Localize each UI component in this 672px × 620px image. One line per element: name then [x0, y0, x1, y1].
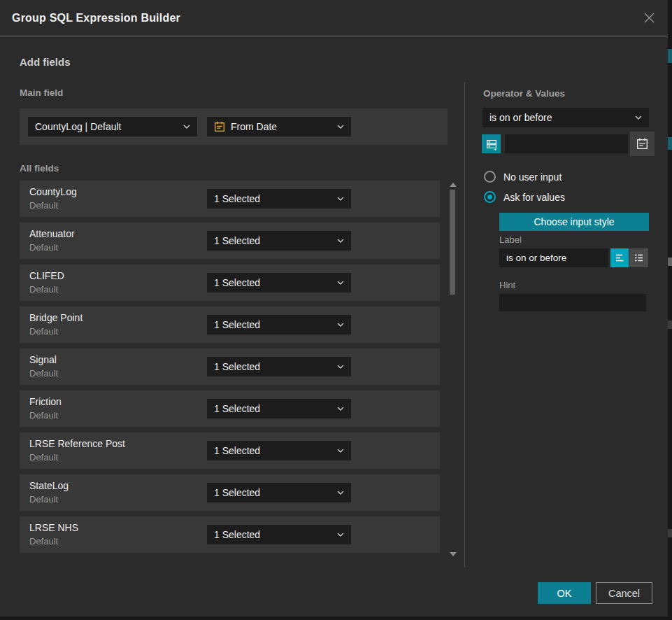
- row-selected-label: 1 Selected: [214, 319, 331, 330]
- row-selected-label: 1 Selected: [214, 361, 331, 372]
- chevron-down-icon: [337, 281, 344, 285]
- main-field-panel: CountyLog | Default From Date: [20, 108, 448, 145]
- row-selected-dropdown[interactable]: 1 Selected: [207, 483, 351, 502]
- row-selected-dropdown[interactable]: 1 Selected: [207, 273, 351, 293]
- field-row: Signal Default 1 Selected: [20, 348, 440, 385]
- operator-dropdown[interactable]: is on or before: [482, 108, 649, 127]
- radio-ask-for-values-label: Ask for values: [503, 192, 565, 203]
- scrollbar-down-arrow-icon[interactable]: [450, 552, 457, 556]
- row-selected-dropdown[interactable]: 1 Selected: [207, 315, 351, 334]
- group-sql-expression-builder-dialog: Group SQL Expression Builder Add fields …: [0, 0, 672, 620]
- field-sub: Default: [29, 326, 58, 337]
- field-sub: Default: [29, 452, 58, 463]
- ok-button[interactable]: OK: [538, 582, 591, 604]
- main-field-label: Main field: [20, 87, 63, 98]
- label-caption: Label: [499, 234, 522, 245]
- main-field-dropdown[interactable]: From Date: [207, 117, 351, 136]
- chevron-down-icon: [337, 449, 344, 453]
- row-selected-dropdown[interactable]: 1 Selected: [207, 231, 351, 251]
- row-selected-dropdown[interactable]: 1 Selected: [207, 525, 351, 544]
- calendar-icon: [636, 137, 649, 150]
- radio-circle-checked-icon[interactable]: [484, 191, 496, 203]
- calendar-icon: [214, 121, 225, 132]
- single-line-input-toggle[interactable]: [610, 248, 629, 267]
- field-name: CountyLog: [29, 186, 77, 197]
- chevron-down-icon: [337, 239, 344, 243]
- field-name: Attenuator: [29, 228, 75, 239]
- layer-dropdown[interactable]: CountyLog | Default: [28, 117, 197, 136]
- date-picker-button[interactable]: [630, 132, 655, 156]
- field-name: StateLog: [29, 480, 69, 491]
- close-icon: [643, 12, 655, 24]
- hint-caption: Hint: [499, 280, 515, 290]
- row-selected-dropdown[interactable]: 1 Selected: [207, 189, 351, 209]
- field-name: CLIFED: [29, 270, 64, 281]
- chevron-down-icon: [183, 125, 190, 129]
- main-field-dropdown-value: From Date: [231, 121, 326, 132]
- field-row: Bridge Point Default 1 Selected: [20, 307, 440, 343]
- cancel-button[interactable]: Cancel: [596, 582, 652, 604]
- all-fields-list: CountyLog Default 1 Selected Attenuator …: [20, 181, 440, 558]
- field-name: Friction: [29, 396, 62, 407]
- radio-circle-icon[interactable]: [484, 171, 496, 183]
- dialog-title: Group SQL Expression Builder: [12, 12, 180, 24]
- row-selected-label: 1 Selected: [214, 235, 331, 246]
- row-selected-label: 1 Selected: [214, 487, 331, 498]
- list-input-toggle[interactable]: [629, 248, 648, 267]
- background-sliver: [668, 320, 672, 329]
- field-sub: Default: [29, 368, 58, 379]
- row-selected-label: 1 Selected: [214, 193, 331, 204]
- row-selected-dropdown[interactable]: 1 Selected: [207, 399, 351, 418]
- label-input[interactable]: [499, 248, 608, 267]
- field-sub: Default: [29, 494, 58, 505]
- close-button[interactable]: [642, 11, 656, 25]
- field-name: LRSE NHS: [29, 522, 78, 533]
- operator-dropdown-value: is on or before: [489, 112, 629, 123]
- row-selected-label: 1 Selected: [214, 403, 331, 414]
- scrollbar-up-arrow-icon[interactable]: [450, 183, 457, 187]
- list-scrollbar[interactable]: [449, 181, 456, 558]
- chevron-down-icon: [635, 115, 642, 120]
- background-sliver: [668, 529, 672, 537]
- unique-values-button[interactable]: [482, 134, 501, 153]
- field-row: LRSE Reference Post Default 1 Selected: [20, 432, 440, 469]
- radio-ask-for-values[interactable]: Ask for values: [484, 191, 565, 203]
- unique-values-icon: [485, 138, 498, 150]
- field-sub: Default: [29, 536, 58, 547]
- scrollbar-thumb[interactable]: [450, 190, 455, 295]
- field-row: Attenuator Default 1 Selected: [20, 223, 440, 259]
- single-line-input-icon: [614, 252, 626, 264]
- field-name: Bridge Point: [29, 312, 83, 323]
- dialog-header: Group SQL Expression Builder: [0, 0, 668, 36]
- field-sub: Default: [29, 284, 58, 295]
- field-row: StateLog Default 1 Selected: [20, 474, 440, 511]
- chevron-down-icon: [337, 323, 344, 327]
- row-selected-label: 1 Selected: [214, 529, 331, 540]
- radio-no-user-input-label: No user input: [503, 171, 562, 183]
- radio-no-user-input[interactable]: No user input: [484, 171, 562, 183]
- field-sub: Default: [29, 410, 58, 421]
- row-selected-dropdown[interactable]: 1 Selected: [207, 357, 351, 376]
- field-sub: Default: [29, 242, 58, 253]
- field-name: LRSE Reference Post: [29, 438, 125, 449]
- list-input-icon: [633, 252, 645, 264]
- background-sliver: [668, 258, 672, 266]
- field-row: Friction Default 1 Selected: [20, 390, 440, 427]
- chevron-down-icon: [337, 407, 344, 411]
- row-selected-dropdown[interactable]: 1 Selected: [207, 441, 351, 460]
- background-bottom-edge: [0, 617, 672, 620]
- hint-input[interactable]: [499, 294, 646, 311]
- field-name: Signal: [29, 354, 57, 365]
- value-input[interactable]: [505, 134, 628, 153]
- row-selected-label: 1 Selected: [214, 277, 331, 288]
- choose-input-style-button[interactable]: Choose input style: [499, 213, 649, 231]
- field-sub: Default: [29, 200, 58, 211]
- chevron-down-icon: [337, 365, 344, 369]
- chevron-down-icon: [337, 491, 344, 495]
- field-row: LRSE NHS Default 1 Selected: [20, 516, 440, 553]
- background-sliver: [668, 49, 672, 63]
- panel-divider: [464, 82, 465, 568]
- field-row: CountyLog Default 1 Selected: [20, 181, 440, 217]
- operator-values-heading: Operator & Values: [483, 88, 565, 99]
- add-fields-heading: Add fields: [20, 56, 71, 68]
